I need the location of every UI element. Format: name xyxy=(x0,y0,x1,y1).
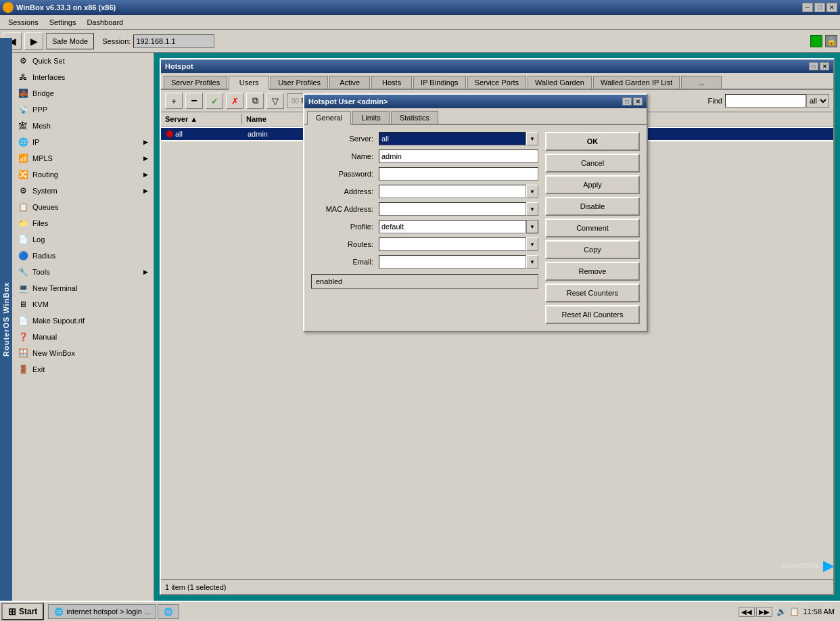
find-column-select[interactable]: all xyxy=(806,94,829,108)
sidebar-item-files[interactable]: 📁 Files xyxy=(12,215,154,231)
sidebar-item-make-supout[interactable]: 📄 Make Supout.rif xyxy=(12,313,154,329)
sidebar-item-radius[interactable]: 🔵 Radius xyxy=(12,248,154,264)
server-dropdown-btn[interactable]: ▼ xyxy=(526,132,538,145)
forward-button[interactable]: ▶ xyxy=(24,32,43,50)
address-dropdown-btn[interactable]: ▼ xyxy=(526,185,538,198)
quick-set-icon: ⚙ xyxy=(18,55,28,66)
password-input[interactable] xyxy=(379,167,538,181)
sidebar-item-new-terminal[interactable]: 💻 New Terminal xyxy=(12,280,154,296)
routes-dropdown-btn[interactable]: ▼ xyxy=(526,237,538,251)
server-field-group: ▼ xyxy=(379,132,538,145)
sidebar-item-mesh[interactable]: 🕸 Mesh xyxy=(12,118,154,134)
mac-input[interactable] xyxy=(379,202,526,216)
sidebar-item-routing[interactable]: 🔀 Routing ▶ xyxy=(12,166,154,183)
disable-button[interactable]: Disable xyxy=(545,197,640,216)
session-label: Session: xyxy=(102,37,131,45)
ok-button[interactable]: OK xyxy=(545,132,640,151)
sidebar-item-log[interactable]: 📄 Log xyxy=(12,231,154,248)
sidebar-item-quick-set[interactable]: ⚙ Quick Set xyxy=(12,53,154,69)
hs-add-button[interactable]: + xyxy=(165,93,183,109)
sidebar-item-system[interactable]: ⚙ System ▶ xyxy=(12,183,154,199)
eldernode-text: elderNODE xyxy=(781,561,820,570)
tab-hosts[interactable]: Hosts xyxy=(371,76,412,89)
comment-button[interactable]: Comment xyxy=(545,218,640,237)
taskbar-item-browser[interactable]: 🌐 internet hotspot > login ... xyxy=(48,604,156,619)
dialog-tabs: General Limits Statistics xyxy=(304,108,647,125)
tab-walled-garden-ip-list[interactable]: Walled Garden IP List xyxy=(593,76,680,89)
dialog-close-button[interactable]: ✕ xyxy=(633,97,643,106)
address-input[interactable] xyxy=(379,185,526,198)
tab-user-profiles[interactable]: User Profiles xyxy=(271,76,328,89)
remove-button[interactable]: Remove xyxy=(545,262,640,281)
tools-arrow: ▶ xyxy=(143,269,148,275)
taskbar-item-browser2[interactable]: 🌐 xyxy=(158,604,179,619)
hs-remove-button[interactable]: − xyxy=(185,93,203,109)
hotspot-close-button[interactable]: ✕ xyxy=(820,62,829,70)
eldernode-arrow-icon: ▶ xyxy=(823,557,833,574)
menu-settings[interactable]: Settings xyxy=(44,17,82,28)
tab-active[interactable]: Active xyxy=(329,76,370,89)
mac-dropdown-btn[interactable]: ▼ xyxy=(526,202,538,216)
tab-service-ports[interactable]: Service Ports xyxy=(467,76,526,89)
sidebar-item-manual[interactable]: ❓ Manual xyxy=(12,329,154,345)
new-winbox-icon: 🪟 xyxy=(18,348,28,359)
copy-button[interactable]: Copy xyxy=(545,240,640,259)
sidebar-item-bridge[interactable]: 🌉 Bridge xyxy=(12,85,154,101)
app-icon: 🔶 xyxy=(3,2,14,13)
sidebar-item-ip[interactable]: 🌐 IP ▶ xyxy=(12,134,154,150)
sidebar-item-interfaces[interactable]: 🖧 Interfaces xyxy=(12,69,154,85)
session-input[interactable] xyxy=(133,34,214,48)
name-input[interactable] xyxy=(379,150,538,163)
reset-all-counters-button[interactable]: Reset All Counters xyxy=(545,305,640,324)
col-server[interactable]: Server ▲ xyxy=(161,114,242,124)
menu-dashboard[interactable]: Dashboard xyxy=(81,17,129,28)
hs-copy-button[interactable]: ⧉ xyxy=(246,93,264,109)
maximize-button[interactable]: □ xyxy=(814,3,825,12)
sidebar-item-mpls[interactable]: 📶 MPLS ▶ xyxy=(12,150,154,166)
reset-counters-button[interactable]: Reset Counters xyxy=(545,283,640,302)
dialog-tab-statistics[interactable]: Statistics xyxy=(391,111,438,124)
hs-filter-button[interactable]: ▽ xyxy=(266,93,284,109)
sidebar-item-kvm[interactable]: 🖥 KVM xyxy=(12,296,154,313)
sidebar-item-queues[interactable]: 📋 Queues xyxy=(12,199,154,215)
sidebar-item-label: Bridge xyxy=(32,89,54,97)
hotspot-restore-button[interactable]: □ xyxy=(809,62,818,70)
apply-button[interactable]: Apply xyxy=(545,175,640,194)
sidebar-item-new-winbox[interactable]: 🪟 New WinBox xyxy=(12,345,154,361)
dialog-tab-general[interactable]: General xyxy=(307,111,351,125)
safe-mode-button[interactable]: Safe Mode xyxy=(46,33,94,49)
tab-walled-garden[interactable]: Walled Garden xyxy=(528,76,592,89)
start-button[interactable]: ⊞ Start xyxy=(1,603,44,620)
form-row-address: Address: ▼ xyxy=(311,185,538,198)
minimize-button[interactable]: ─ xyxy=(802,3,813,12)
server-input[interactable] xyxy=(379,132,526,145)
close-button[interactable]: ✕ xyxy=(826,3,837,12)
tab-server-profiles[interactable]: Server Profiles xyxy=(164,76,227,89)
profile-input[interactable] xyxy=(379,220,526,233)
cancel-button[interactable]: Cancel xyxy=(545,154,640,172)
email-input[interactable] xyxy=(379,255,526,269)
hotspot-user-dialog: Hotspot User <admin> □ ✕ General Limits … xyxy=(303,93,648,332)
menu-sessions[interactable]: Sessions xyxy=(3,17,44,28)
routing-arrow: ▶ xyxy=(143,171,148,178)
sidebar-item-tools[interactable]: 🔧 Tools ▶ xyxy=(12,264,154,280)
email-dropdown-btn[interactable]: ▼ xyxy=(526,255,538,269)
app-title: WinBox v6.33.3 on x86 (x86) xyxy=(16,3,116,12)
sidebar-item-ppp[interactable]: 📡 PPP xyxy=(12,101,154,118)
hs-cross-button[interactable]: ✗ xyxy=(226,93,243,109)
tab-more[interactable]: ... xyxy=(681,76,722,89)
dialog-tab-limits[interactable]: Limits xyxy=(352,111,390,124)
sidebar-item-exit[interactable]: 🚪 Exit xyxy=(12,361,154,377)
routes-input[interactable] xyxy=(379,237,526,251)
tab-users[interactable]: Users xyxy=(229,76,269,90)
scroll-right-btn[interactable]: ▶▶ xyxy=(756,607,772,617)
action-buttons: OK Cancel Apply Disable Comment Copy Rem… xyxy=(545,132,640,324)
profile-dropdown-btn[interactable]: ▼ xyxy=(526,220,538,233)
sidebar-item-label: Quick Set xyxy=(32,57,65,65)
hotspot-title-controls: □ ✕ xyxy=(809,62,829,70)
scroll-left-btn[interactable]: ◀◀ xyxy=(739,607,755,617)
tab-ip-bindings[interactable]: IP Bindings xyxy=(413,76,465,89)
hs-check-button[interactable]: ✓ xyxy=(206,93,223,109)
find-input[interactable] xyxy=(725,94,806,108)
dialog-restore-button[interactable]: □ xyxy=(622,97,632,106)
